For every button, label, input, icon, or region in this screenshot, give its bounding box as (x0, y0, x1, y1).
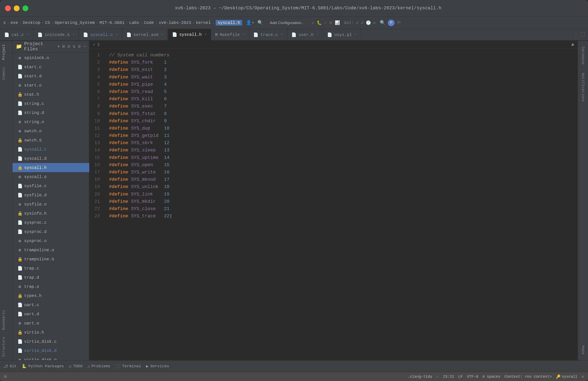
breadcrumb-item[interactable]: eve (11, 20, 18, 25)
linter-status[interactable]: .clang-tidy (408, 375, 432, 379)
tab-close-icon[interactable]: × (205, 33, 207, 36)
bottom-tab-python[interactable]: 🐍 Python Packages (22, 364, 64, 369)
file-item[interactable]: ⚙ spinlock.o (13, 53, 89, 62)
tab-syscall.h[interactable]: 📄 syscall.h × (168, 29, 211, 40)
expand-all-icon[interactable]: ⊞ (62, 44, 65, 49)
expand-icon[interactable]: ⊞ (4, 374, 7, 379)
breadcrumb-item[interactable]: kernel (196, 20, 211, 25)
tab-usys.pl[interactable]: 📄 usys.pl × (323, 29, 361, 40)
file-item[interactable]: 📄 string.c (13, 99, 89, 108)
search-icon[interactable]: 🔍 (380, 20, 385, 26)
file-item[interactable]: 🔒 virtio.h (13, 328, 89, 337)
tab-close-icon[interactable]: × (27, 33, 29, 37)
file-item[interactable]: 📄 trap.c (13, 264, 89, 273)
breadcrumb-item[interactable]: Desktop (23, 20, 40, 25)
file-item[interactable]: 📄 virtio_disk.d (13, 346, 89, 355)
bottom-tab-terminal[interactable]: ⬛ Terminal (115, 364, 141, 369)
bottom-tab-problems[interactable]: ⚠ Problems (87, 364, 110, 369)
file-item[interactable]: ⚙ start.o (13, 81, 89, 90)
sidebar-label-make[interactable]: Make (580, 343, 586, 357)
git-checkmark-2[interactable]: ✓ (361, 20, 364, 26)
file-item[interactable]: ⚙ sysfile.o (13, 200, 89, 209)
file-item[interactable]: 📄 string.d (13, 108, 89, 117)
sidebar-label-project[interactable]: Project (0, 41, 12, 63)
file-item[interactable]: ⚙ trampoline.o (13, 245, 89, 255)
file-item[interactable]: 📄 trap.d (13, 273, 89, 282)
scope-status[interactable]: 🔑 syscall (556, 374, 578, 379)
caret-icon[interactable]: ▾ (57, 43, 60, 49)
collapse-all-icon[interactable]: ⊟ (67, 44, 70, 49)
tab-close-icon[interactable]: × (355, 33, 357, 37)
more-status[interactable]: ⚙ (582, 374, 584, 379)
file-item[interactable]: ⚙ sysproc.o (13, 236, 89, 245)
file-item[interactable]: 📄 sysproc.d (13, 227, 89, 236)
breadcrumb-item[interactable]: Operating_System (55, 20, 95, 25)
run-config-icon[interactable]: ⚙ (324, 20, 326, 25)
position-status[interactable]: 23:22 (443, 375, 454, 379)
tab-user.h[interactable]: 📄 user.h × (287, 29, 323, 40)
bottom-tab-todo[interactable]: ☑ TODO (69, 364, 83, 369)
hide-icon[interactable]: — (83, 44, 86, 49)
breadcrumb-item[interactable]: xv6-labs-2023 (159, 20, 191, 25)
breadcrumb-item[interactable]: CS (45, 20, 50, 25)
file-item[interactable]: ⚙ syscall.o (13, 172, 89, 181)
file-item[interactable]: 📄 start.c (13, 62, 89, 72)
settings-icon[interactable]: ⚙ (78, 44, 81, 49)
file-item[interactable]: 🔒 sysinfo.h (13, 209, 89, 218)
breadcrumb-item[interactable]: s (3, 20, 6, 25)
file-item[interactable]: 📄 syscall.c (13, 145, 89, 154)
file-item[interactable]: 📄 sysfile.d (13, 191, 89, 200)
tab-initcode.S[interactable]: 📄 initcode.S × (33, 29, 79, 40)
tab-close-icon[interactable]: × (162, 33, 164, 37)
file-item[interactable]: ⚙ trap.o (13, 282, 89, 291)
file-item[interactable]: 📄 uart.c (13, 300, 89, 309)
file-item[interactable]: ⚙ string.o (13, 117, 89, 126)
stop-icon[interactable]: ⏹ (329, 20, 333, 25)
indent-status[interactable]: 4 spaces (482, 375, 500, 379)
collapse-icon[interactable]: ▲ (571, 41, 574, 47)
close-button[interactable] (5, 5, 11, 11)
debug-icon[interactable]: 🐛 (317, 20, 322, 25)
file-item[interactable]: 📄 start.d (13, 72, 89, 81)
breadcrumb-current[interactable]: syscall.h (215, 20, 242, 26)
tab-syscall.c[interactable]: 📄 syscall.c × (79, 29, 122, 40)
tab-close-icon[interactable]: × (281, 33, 283, 37)
search-icon[interactable]: 🔍 (257, 20, 263, 26)
file-item[interactable]: 🔒 swtch.S (13, 136, 89, 145)
context-status[interactable]: Context: <no context> (504, 375, 552, 379)
tab-close-icon[interactable]: × (116, 33, 118, 37)
breadcrumb-item[interactable]: MIT-6.S081 (100, 20, 125, 25)
bottom-tab-git[interactable]: ⎇ Git (3, 364, 17, 369)
line-ending-status[interactable]: LF (458, 375, 463, 379)
tab-cat.c[interactable]: 📄 cat.c × (0, 29, 33, 40)
file-item[interactable]: 🔒 types.h (13, 291, 89, 300)
tab-close-icon[interactable]: × (73, 33, 75, 37)
add-configuration-button[interactable]: Add Configuration... (267, 20, 308, 26)
file-item[interactable]: ⚙ virtio_disk.o (13, 355, 89, 360)
sidebar-label-commit[interactable]: Commit (0, 63, 12, 83)
sidebar-label-structure[interactable]: Structure (0, 333, 12, 360)
sidebar-label-bookmarks[interactable]: Bookmarks (0, 306, 12, 333)
file-item[interactable]: ⚙ swtch.o (13, 126, 89, 136)
tab-close-icon[interactable]: × (316, 33, 318, 37)
sort-icon[interactable]: ⇅ (73, 44, 75, 49)
bottom-tab-services[interactable]: ▶ Services (146, 364, 169, 369)
file-item-selected[interactable]: 🔒 syscall.h (13, 163, 89, 172)
minimize-button[interactable] (14, 5, 20, 11)
file-item[interactable]: 🔒 trampoline.S (13, 255, 89, 264)
tab-kernel.asm[interactable]: 📄 kernel.asm × (122, 29, 168, 40)
git-checkmark-1[interactable]: ✓ (356, 20, 359, 26)
user-icon[interactable]: 👤▾ (246, 20, 254, 26)
maximize-button[interactable] (22, 5, 28, 11)
sidebar-label-database[interactable]: Database (580, 44, 586, 67)
file-item[interactable]: 📄 syscall.d (13, 154, 89, 163)
tab-Makefile[interactable]: M Makefile × (211, 29, 249, 40)
profile-icon[interactable]: P (388, 20, 395, 26)
tab-trace.c[interactable]: 📄 trace.c × (249, 29, 287, 40)
tab-close-icon[interactable]: × (243, 33, 245, 37)
breadcrumb-item[interactable]: Labs (129, 20, 139, 25)
coverage-icon[interactable]: 📊 (335, 20, 340, 25)
breadcrumb-item[interactable]: Code (144, 20, 154, 25)
file-item[interactable]: 📄 virtio_disk.c (13, 337, 89, 346)
file-item[interactable]: 🔒 stat.h (13, 90, 89, 99)
